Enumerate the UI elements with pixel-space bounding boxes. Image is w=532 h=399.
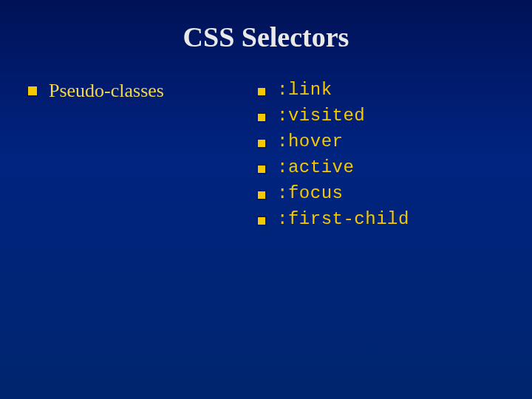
right-column: :link :visited :hover :active :focus :fi…: [256, 80, 505, 235]
pseudo-class-label: :focus: [277, 183, 343, 203]
list-item: :focus: [256, 183, 505, 203]
bullet-icon: [256, 138, 267, 149]
left-column: Pseudo-classes: [27, 80, 256, 235]
bullet-icon: [256, 216, 267, 226]
slide: CSS Selectors Pseudo-classes :link :visi…: [0, 0, 532, 399]
slide-title: CSS Selectors: [27, 21, 505, 53]
bullet-icon: [27, 85, 38, 97]
pseudo-class-label: :active: [277, 157, 354, 177]
list-item: :first-child: [256, 209, 505, 229]
pseudo-class-label: :hover: [277, 132, 343, 151]
bullet-icon: [256, 190, 267, 200]
content-columns: Pseudo-classes :link :visited :hover :ac…: [27, 80, 505, 235]
pseudo-class-label: :visited: [277, 106, 365, 126]
bullet-icon: [256, 112, 267, 123]
list-item: :hover: [256, 132, 505, 151]
bullet-icon: [256, 164, 267, 174]
pseudo-class-label: :link: [277, 80, 332, 100]
list-item: :link: [256, 80, 505, 100]
pseudo-class-label: :first-child: [277, 209, 409, 229]
list-item: :visited: [256, 106, 505, 126]
left-heading: Pseudo-classes: [49, 80, 164, 102]
bullet-icon: [256, 86, 267, 97]
left-bullet-item: Pseudo-classes: [27, 80, 256, 102]
list-item: :active: [256, 157, 505, 177]
